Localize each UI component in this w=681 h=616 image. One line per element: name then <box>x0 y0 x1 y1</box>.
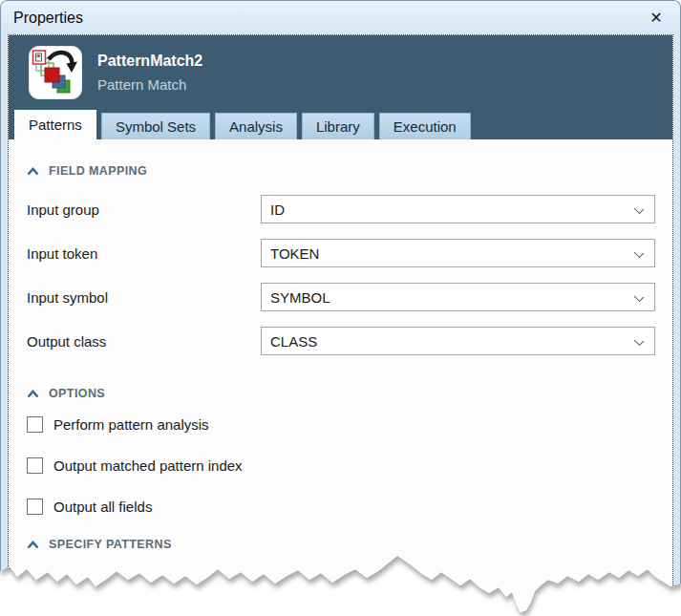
field-row-input-symbol: Input symbol SYMBOL <box>27 283 655 311</box>
properties-window: Properties ✕ <box>0 0 681 616</box>
input-symbol-dropdown[interactable]: SYMBOL <box>261 283 655 311</box>
field-row-input-token: Input token TOKEN <box>27 239 655 267</box>
checkbox-label: Perform pattern analysis <box>53 416 209 433</box>
node-header: PatternMatch2 Pattern Match <box>9 35 672 110</box>
section-field-mapping[interactable]: FIELD MAPPING <box>27 162 655 180</box>
checkbox-output-all-fields[interactable]: Output all fields <box>27 499 655 515</box>
tab-label: Symbol Sets <box>116 118 196 135</box>
chevron-down-icon <box>634 204 644 214</box>
section-label: SPECIFY PATTERNS <box>49 538 172 551</box>
close-icon[interactable]: ✕ <box>645 8 668 29</box>
dropdown-value: CLASS <box>270 333 317 350</box>
dropdown-value: TOKEN <box>270 245 319 262</box>
chevron-up-icon <box>27 167 39 176</box>
tab-label: Execution <box>394 118 457 135</box>
field-label: Output class <box>27 333 261 350</box>
section-specify-patterns[interactable]: SPECIFY PATTERNS <box>27 536 655 553</box>
window-title: Properties <box>13 10 83 27</box>
checkbox-output-matched-pattern-index[interactable]: Output matched pattern index <box>27 457 655 474</box>
checkbox-perform-pattern-analysis[interactable]: Perform pattern analysis <box>27 416 655 433</box>
input-group-dropdown[interactable]: ID <box>261 195 655 223</box>
checkbox-icon[interactable] <box>27 457 43 474</box>
tab-symbol-sets[interactable]: Symbol Sets <box>101 113 210 139</box>
field-label: Input group <box>27 202 261 218</box>
dropdown-value: SYMBOL <box>270 289 330 306</box>
tab-analysis[interactable]: Analysis <box>215 113 297 139</box>
properties-panel: PatternMatch2 Pattern Match Patterns Sym… <box>8 34 673 616</box>
node-subtitle: Pattern Match <box>97 76 202 93</box>
tab-label: Analysis <box>229 118 283 135</box>
checkbox-label: Output all fields <box>53 499 152 515</box>
field-label: Input symbol <box>27 289 261 306</box>
tab-library[interactable]: Library <box>302 113 374 139</box>
checkbox-label: Output matched pattern index <box>53 457 243 474</box>
node-title: PatternMatch2 <box>97 53 202 70</box>
titlebar[interactable]: Properties ✕ <box>1 1 680 34</box>
chevron-up-icon <box>27 541 39 549</box>
field-label: Input token <box>27 245 261 262</box>
checkbox-icon[interactable] <box>27 416 43 433</box>
field-row-input-group: Input group ID <box>27 195 655 223</box>
checkbox-icon[interactable] <box>27 499 43 515</box>
chevron-up-icon <box>27 390 39 398</box>
node-titles: PatternMatch2 Pattern Match <box>97 53 202 93</box>
tab-label: Patterns <box>29 117 82 133</box>
section-options[interactable]: OPTIONS <box>27 385 655 402</box>
chevron-down-icon <box>634 292 644 302</box>
section-label: FIELD MAPPING <box>49 164 147 178</box>
tab-execution[interactable]: Execution <box>379 113 471 139</box>
dropdown-value: ID <box>270 202 285 218</box>
pattern-match-icon <box>28 46 83 99</box>
chevron-down-icon <box>634 248 644 258</box>
section-label: OPTIONS <box>49 387 105 400</box>
tab-label: Library <box>316 118 360 135</box>
output-class-dropdown[interactable]: CLASS <box>261 327 655 355</box>
chevron-down-icon <box>634 336 644 346</box>
screenshot-stage: Properties ✕ <box>0 0 681 616</box>
field-row-output-class: Output class CLASS <box>27 327 655 355</box>
tabstrip: Patterns Symbol Sets Analysis Library Ex… <box>9 110 672 139</box>
tab-content-patterns: FIELD MAPPING Input group ID Input token… <box>9 139 672 616</box>
input-token-dropdown[interactable]: TOKEN <box>261 239 655 267</box>
tab-patterns[interactable]: Patterns <box>14 110 96 139</box>
